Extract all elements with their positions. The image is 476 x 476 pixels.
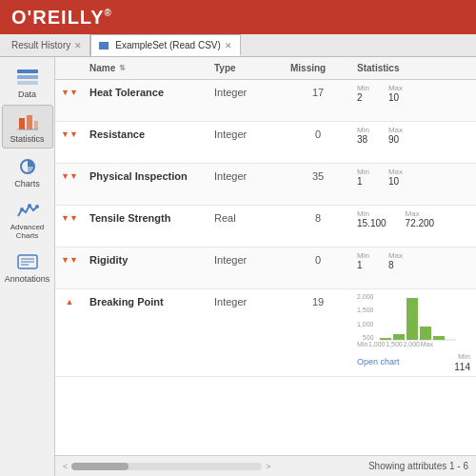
row-type-breaking-point: Integer: [208, 289, 285, 376]
tab-example-set[interactable]: ExampleSet (Read CSV) ✕: [90, 34, 241, 56]
svg-rect-2: [17, 81, 38, 85]
annotations-label: Annotations: [5, 274, 50, 284]
svg-rect-18: [420, 327, 431, 340]
th-missing: Missing: [285, 61, 351, 75]
row-stats-rigidity: Min 1 Max 8: [351, 248, 476, 274]
th-statistics: Statistics: [351, 61, 476, 75]
row-name-physical-inspection: Physical Inspection: [84, 164, 208, 186]
tab-example-set-close[interactable]: ✕: [225, 41, 232, 50]
row-stats-tensile-strength: Min 15.100 Max 72.200: [351, 206, 476, 232]
chart-area-breaking-point: 2,000 1,500 1,000 500: [351, 289, 476, 376]
axis-1000-label: 1,000: [368, 341, 386, 347]
tab-result-history-close[interactable]: ✕: [74, 41, 82, 50]
row-missing-rigidity: 0: [285, 248, 351, 269]
tab-bar: Result History ✕ ExampleSet (Read CSV) ✕: [0, 34, 476, 57]
tab-example-set-icon: [99, 42, 109, 50]
expand-breaking-point[interactable]: ▲: [55, 289, 84, 376]
axis-min-label: Min: [357, 341, 367, 347]
scroll-arrow-left[interactable]: <: [63, 462, 68, 471]
row-type-rigidity: Integer: [208, 248, 285, 269]
table-row: ▼ Heat Tolerance Integer 17 Min 2 Max 10: [55, 80, 476, 122]
th-expand: [55, 61, 84, 75]
annotations-icon: [14, 251, 41, 272]
row-stats-resistance: Min 38 Max 90: [351, 122, 476, 149]
sidebar-item-charts[interactable]: Charts: [2, 150, 53, 192]
sidebar-item-advanced-charts[interactable]: Advanced Charts: [2, 194, 53, 244]
statistics-label: Statistics: [10, 134, 44, 144]
chart-y-label: 1,000: [357, 321, 374, 327]
row-missing-heat-tolerance: 17: [285, 80, 351, 102]
advanced-charts-label: Advanced Charts: [6, 223, 50, 240]
table-row: ▼ Resistance Integer 0 Min 38 Max 90: [55, 122, 476, 164]
sort-icon[interactable]: ⇅: [119, 64, 126, 72]
row-name-breaking-point: Breaking Point: [84, 289, 208, 376]
tab-result-history-label: Result History: [11, 40, 70, 50]
row-missing-resistance: 0: [285, 122, 351, 144]
svg-rect-5: [34, 121, 38, 129]
scroll-arrow-right[interactable]: >: [266, 462, 270, 471]
row-name-rigidity: Rigidity: [84, 248, 208, 269]
content-area: Name ⇅ Type Missing Statistics ▼ Heat To…: [55, 57, 476, 476]
th-name: Name ⇅: [84, 61, 208, 75]
table-row: ▼ Physical Inspection Integer 35 Min 1 M…: [55, 164, 476, 206]
expand-rigidity[interactable]: ▼: [55, 248, 84, 265]
horizontal-scrollbar[interactable]: [71, 463, 262, 470]
svg-point-10: [35, 205, 39, 208]
row-type-physical-inspection: Integer: [208, 164, 285, 186]
row-name-tensile-strength: Tensile Strength: [84, 206, 208, 228]
row-type-heat-tolerance: Integer: [208, 80, 285, 102]
chart-y-label: 500: [357, 334, 374, 341]
chart-y-label: 1,500: [357, 307, 374, 313]
advanced-charts-icon: [14, 200, 41, 221]
charts-label: Charts: [14, 179, 40, 188]
sidebar-item-annotations[interactable]: Annotations: [2, 246, 53, 288]
svg-rect-16: [393, 334, 405, 340]
sidebar: Data Statistics Charts: [0, 57, 55, 476]
data-label: Data: [18, 89, 36, 99]
sidebar-item-data[interactable]: Data: [2, 61, 53, 103]
logo: O'REILLY®: [11, 7, 112, 29]
svg-rect-19: [433, 336, 445, 340]
row-name-resistance: Resistance: [84, 122, 208, 144]
main-layout: Data Statistics Charts: [0, 57, 476, 476]
svg-rect-15: [380, 338, 391, 340]
scrollbar-thumb: [71, 463, 129, 470]
row-name-heat-tolerance: Heat Tolerance: [84, 80, 208, 102]
breaking-point-chart: [380, 293, 456, 341]
chart-axis-labels: Min 1,000 1,500 2,000 Max: [357, 341, 433, 347]
data-icon: [14, 67, 41, 88]
th-type: Type: [208, 61, 285, 75]
svg-point-9: [28, 204, 31, 208]
row-type-tensile-strength: Real: [208, 206, 285, 228]
expand-heat-tolerance[interactable]: ▼: [55, 80, 84, 97]
svg-rect-4: [27, 115, 32, 129]
expand-physical-inspection[interactable]: ▼: [55, 164, 84, 181]
table-row: ▼ Rigidity Integer 0 Min 1 Max 8: [55, 248, 476, 289]
row-stats-physical-inspection: Min 1 Max 10: [351, 164, 476, 190]
sidebar-item-statistics[interactable]: Statistics: [2, 105, 53, 149]
tab-example-set-label: ExampleSet (Read CSV): [115, 40, 221, 50]
axis-1500-label: 1,500: [386, 341, 403, 347]
table-row-breaking-point: ▲ Breaking Point Integer 19 2,000 1,500 …: [55, 289, 476, 377]
table-body: ▼ Heat Tolerance Integer 17 Min 2 Max 10: [55, 80, 476, 455]
logo-registered: ®: [105, 8, 112, 18]
table-header: Name ⇅ Type Missing Statistics: [55, 57, 476, 80]
svg-rect-17: [407, 298, 418, 340]
row-missing-tensile-strength: 8: [285, 206, 351, 228]
open-chart-link[interactable]: Open chart: [357, 357, 400, 367]
tab-result-history[interactable]: Result History ✕: [4, 34, 90, 56]
expand-resistance[interactable]: ▼: [55, 122, 84, 139]
row-type-resistance: Integer: [208, 122, 285, 144]
bottom-bar: < > Showing attributes 1 - 6: [55, 455, 476, 476]
row-stats-heat-tolerance: Min 2 Max 10: [351, 80, 476, 107]
svg-point-8: [20, 208, 24, 211]
row-missing-physical-inspection: 35: [285, 164, 351, 186]
chart-y-label: 2,000: [357, 293, 374, 300]
row-missing-breaking-point: 19: [285, 289, 351, 376]
svg-rect-0: [17, 69, 38, 73]
table-row: ▼ Tensile Strength Real 8 Min 15.100 Max…: [55, 206, 476, 248]
svg-rect-1: [17, 75, 38, 79]
status-text: Showing attributes 1 - 6: [368, 461, 468, 471]
charts-icon: [14, 156, 41, 177]
expand-tensile-strength[interactable]: ▼: [55, 206, 84, 223]
